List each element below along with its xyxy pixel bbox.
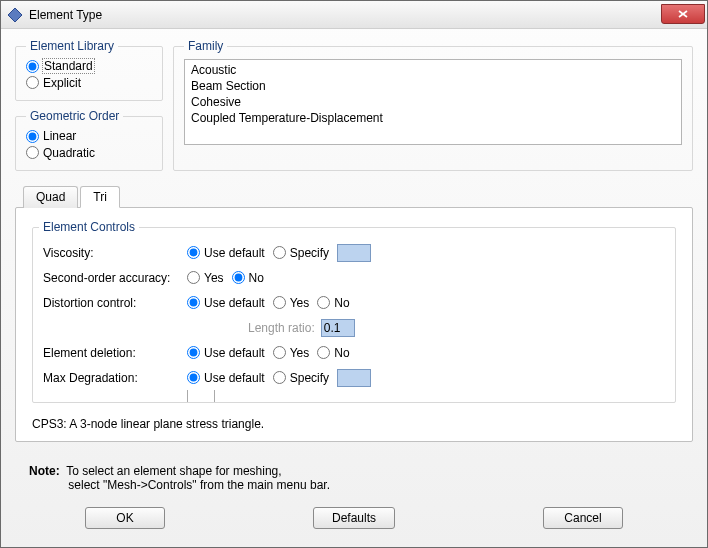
tab-tri[interactable]: Tri: [80, 186, 120, 208]
element-library-group: Element Library Standard Explicit: [15, 39, 163, 101]
radio-linear-input[interactable]: [26, 130, 39, 143]
max-degradation-value[interactable]: [337, 369, 371, 387]
list-item[interactable]: Coupled Temperature-Displacement: [189, 110, 677, 126]
titlebar: Element Type: [1, 1, 707, 29]
ok-button[interactable]: OK: [85, 507, 165, 529]
geometric-order-group: Geometric Order Linear Quadratic: [15, 109, 163, 171]
element-library-legend: Element Library: [26, 39, 118, 53]
max-degradation-use-default[interactable]: Use default: [187, 371, 265, 385]
second-order-yes[interactable]: Yes: [187, 271, 224, 285]
family-legend: Family: [184, 39, 227, 53]
note-line1: To select an element shape for meshing,: [66, 464, 281, 478]
viscosity-use-default[interactable]: Use default: [187, 246, 265, 260]
element-description: CPS3: A 3-node linear plane stress trian…: [32, 417, 676, 431]
element-controls-scroll[interactable]: Viscosity: Use default Specify Second-or…: [33, 234, 675, 402]
svg-marker-0: [8, 8, 22, 22]
row-second-order: Second-order accuracy: Yes No: [43, 265, 665, 290]
cancel-button[interactable]: Cancel: [543, 507, 623, 529]
max-degradation-label: Max Degradation:: [43, 371, 187, 385]
radio-explicit-label: Explicit: [43, 76, 81, 90]
note: Note: To select an element shape for mes…: [29, 464, 693, 492]
radio-quadratic[interactable]: Quadratic: [26, 146, 95, 160]
note-label: Note:: [29, 464, 60, 478]
tabs: Quad Tri Element Controls Viscosity: Use…: [15, 185, 693, 442]
distortion-yes[interactable]: Yes: [273, 296, 310, 310]
row-length-ratio: Length ratio:: [248, 315, 665, 340]
radio-explicit[interactable]: Explicit: [26, 76, 81, 90]
row-overflow: [43, 390, 665, 402]
element-deletion-use-default[interactable]: Use default: [187, 346, 265, 360]
tab-panel-tri: Element Controls Viscosity: Use default …: [15, 207, 693, 442]
max-degradation-specify[interactable]: Specify: [273, 371, 329, 385]
row-viscosity: Viscosity: Use default Specify: [43, 240, 665, 265]
length-ratio-value[interactable]: [321, 319, 355, 337]
partial-input: [187, 390, 215, 402]
element-controls-legend: Element Controls: [39, 220, 139, 234]
radio-explicit-input[interactable]: [26, 76, 39, 89]
list-item[interactable]: Cohesive: [189, 94, 677, 110]
defaults-button[interactable]: Defaults: [313, 507, 395, 529]
distortion-label: Distortion control:: [43, 296, 187, 310]
row-distortion: Distortion control: Use default Yes No: [43, 290, 665, 315]
note-line2: select "Mesh->Controls" from the main me…: [68, 478, 330, 492]
element-deletion-no[interactable]: No: [317, 346, 349, 360]
element-controls-group: Element Controls Viscosity: Use default …: [32, 220, 676, 403]
radio-linear[interactable]: Linear: [26, 129, 76, 143]
close-button[interactable]: [661, 4, 705, 24]
row-element-deletion: Element deletion: Use default Yes No: [43, 340, 665, 365]
radio-quadratic-input[interactable]: [26, 146, 39, 159]
family-group: Family Acoustic Beam Section Cohesive Co…: [173, 39, 693, 171]
dialog-content: Element Library Standard Explicit Geomet…: [1, 29, 707, 547]
tab-quad[interactable]: Quad: [23, 186, 78, 208]
list-item[interactable]: Beam Section: [189, 78, 677, 94]
length-ratio-label: Length ratio:: [248, 321, 315, 335]
geometric-order-legend: Geometric Order: [26, 109, 123, 123]
second-order-no[interactable]: No: [232, 271, 264, 285]
family-listbox[interactable]: Acoustic Beam Section Cohesive Coupled T…: [184, 59, 682, 145]
radio-linear-label: Linear: [43, 129, 76, 143]
radio-standard[interactable]: Standard: [26, 59, 94, 73]
radio-standard-label: Standard: [43, 59, 94, 73]
radio-standard-input[interactable]: [26, 60, 39, 73]
radio-quadratic-label: Quadratic: [43, 146, 95, 160]
element-deletion-yes[interactable]: Yes: [273, 346, 310, 360]
list-item[interactable]: Acoustic: [189, 62, 677, 78]
button-row: OK Defaults Cancel: [15, 497, 693, 541]
viscosity-specify[interactable]: Specify: [273, 246, 329, 260]
element-deletion-label: Element deletion:: [43, 346, 187, 360]
viscosity-label: Viscosity:: [43, 246, 187, 260]
viscosity-value[interactable]: [337, 244, 371, 262]
dialog-window: Element Type Element Library Standard: [0, 0, 708, 548]
close-icon: [678, 10, 688, 18]
second-order-label: Second-order accuracy:: [43, 271, 187, 285]
row-max-degradation: Max Degradation: Use default Specify: [43, 365, 665, 390]
distortion-no[interactable]: No: [317, 296, 349, 310]
app-icon: [7, 7, 23, 23]
distortion-use-default[interactable]: Use default: [187, 296, 265, 310]
tab-strip: Quad Tri: [23, 185, 693, 207]
window-title: Element Type: [29, 8, 661, 22]
